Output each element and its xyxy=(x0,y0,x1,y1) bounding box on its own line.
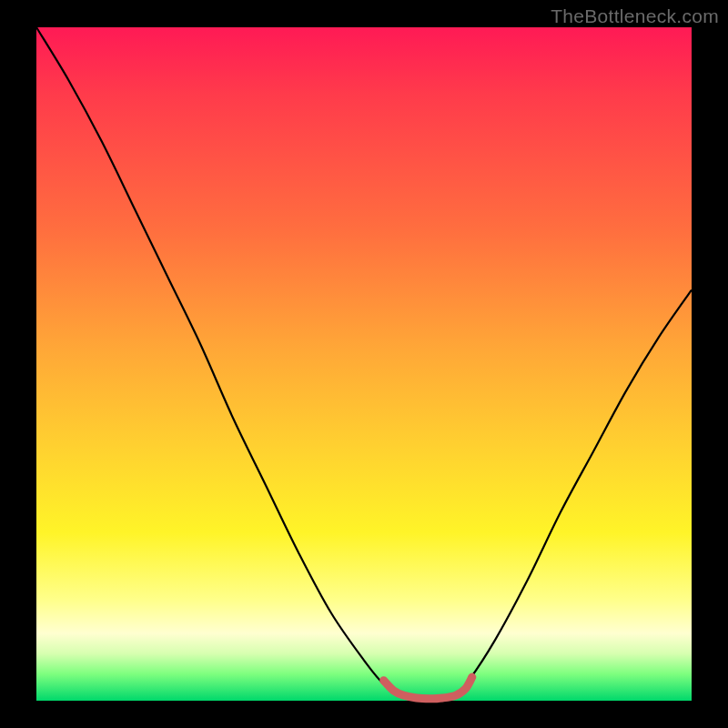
chart-frame: TheBottleneck.com xyxy=(0,0,728,728)
bottleneck-curve xyxy=(36,27,692,697)
curve-layer xyxy=(36,27,692,701)
watermark-text: TheBottleneck.com xyxy=(551,5,719,27)
flat-minimum-marker xyxy=(384,677,472,699)
